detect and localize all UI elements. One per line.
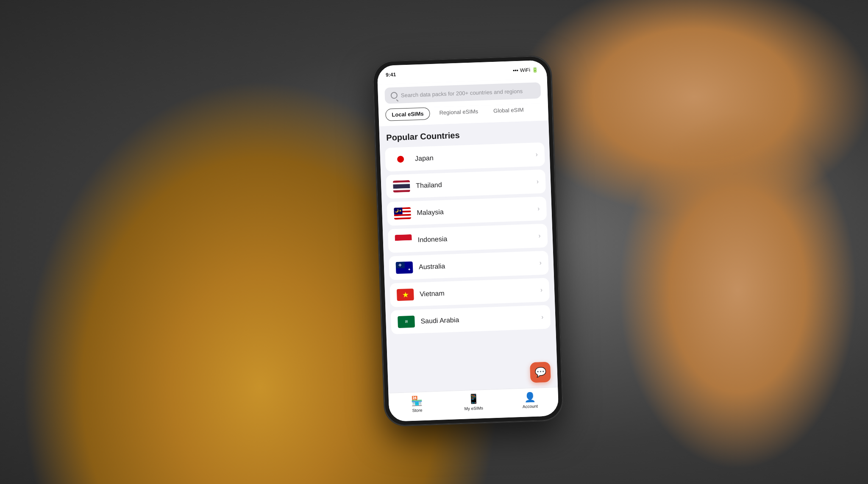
wifi-icon: WiFi — [520, 67, 530, 73]
country-item-indonesia[interactable]: Indonesia › — [388, 224, 548, 253]
union-jack: ✛ — [398, 263, 402, 267]
saudi-text: ﷽ — [405, 320, 407, 323]
flag-malaysia: 🌙★ — [394, 207, 411, 220]
country-item-australia[interactable]: ✛ ✦ Australia › — [389, 251, 549, 280]
section-title: Popular Countries — [384, 128, 544, 143]
country-list: Japan › Thailand — [385, 142, 551, 337]
search-icon — [391, 92, 398, 99]
chevron-vietnam: › — [540, 286, 542, 294]
esims-icon: 📱 — [467, 394, 479, 405]
content-area: Popular Countries Japan › — [379, 120, 558, 393]
chat-icon: 💬 — [534, 367, 546, 378]
chevron-japan: › — [535, 150, 538, 158]
chevron-australia: › — [539, 259, 542, 267]
store-label: Store — [412, 408, 422, 413]
country-item-thailand[interactable]: Thailand › — [386, 170, 546, 199]
search-input[interactable]: Search data packs for 200+ countries and… — [384, 82, 541, 104]
country-item-japan[interactable]: Japan › — [385, 142, 545, 172]
tab-local-esims[interactable]: Local eSIMs — [385, 107, 430, 121]
flag-japan — [392, 153, 409, 165]
southern-cross: ✦ — [408, 267, 411, 272]
status-time: 9:41 — [386, 72, 396, 78]
chevron-saudi: › — [541, 313, 544, 321]
country-left-australia: ✛ ✦ Australia — [396, 260, 445, 274]
bottom-nav: 🏪 Store 📱 My eSIMs 👤 Account — [388, 387, 559, 422]
country-left-vietnam: ★ Vietnam — [397, 287, 445, 301]
account-icon: 👤 — [524, 392, 536, 403]
nav-my-esims[interactable]: 📱 My eSIMs — [461, 393, 487, 411]
country-item-malaysia[interactable]: 🌙★ Malaysia › — [387, 197, 547, 226]
country-name-japan: Japan — [415, 154, 434, 163]
nav-store[interactable]: 🏪 Store — [404, 395, 430, 413]
tab-global-esim[interactable]: Global eSIM — [487, 104, 530, 117]
country-left-thailand: Thailand — [393, 179, 442, 192]
signal-icon: ▪▪▪ — [513, 67, 518, 73]
status-icons: ▪▪▪ WiFi 🔋 — [513, 67, 538, 73]
search-placeholder-text: Search data packs for 200+ countries and… — [401, 88, 523, 98]
chevron-indonesia: › — [538, 232, 541, 239]
country-left-indonesia: Indonesia — [395, 233, 447, 247]
country-name-saudi: Saudi Arabia — [420, 316, 459, 325]
country-item-vietnam[interactable]: ★ Vietnam › — [389, 278, 550, 307]
chevron-malaysia: › — [537, 205, 540, 212]
esims-label: My eSIMs — [464, 406, 483, 411]
country-name-vietnam: Vietnam — [420, 289, 445, 298]
nav-account[interactable]: 👤 Account — [517, 391, 543, 409]
malaysia-crescent: 🌙★ — [395, 209, 402, 213]
country-left-japan: Japan — [392, 152, 434, 165]
country-name-indonesia: Indonesia — [417, 235, 447, 244]
battery-icon: 🔋 — [532, 67, 538, 73]
country-item-saudi-arabia[interactable]: ﷽ Saudi Arabia › — [391, 305, 551, 334]
country-name-thailand: Thailand — [416, 181, 442, 189]
flag-vietnam: ★ — [397, 289, 414, 301]
japan-circle — [397, 156, 404, 163]
flag-thailand — [393, 180, 410, 192]
chevron-thailand: › — [537, 178, 539, 185]
vietnam-star: ★ — [402, 291, 409, 299]
flag-australia: ✛ ✦ — [396, 261, 413, 274]
country-name-australia: Australia — [419, 262, 445, 271]
country-left-saudi: ﷽ Saudi Arabia — [398, 314, 459, 328]
country-name-malaysia: Malaysia — [417, 208, 444, 217]
flag-indonesia — [395, 234, 412, 247]
phone-screen: 9:41 ▪▪▪ WiFi 🔋 Search data packs for 20… — [377, 60, 559, 421]
country-left-malaysia: 🌙★ Malaysia — [394, 206, 444, 220]
chat-fab-button[interactable]: 💬 — [530, 362, 551, 383]
tab-regional-esims[interactable]: Regional eSIMs — [433, 106, 484, 120]
store-icon: 🏪 — [411, 395, 423, 407]
account-label: Account — [523, 404, 538, 409]
phone-device: 9:41 ▪▪▪ WiFi 🔋 Search data packs for 20… — [373, 56, 563, 426]
flag-saudi-arabia: ﷽ — [398, 316, 415, 328]
